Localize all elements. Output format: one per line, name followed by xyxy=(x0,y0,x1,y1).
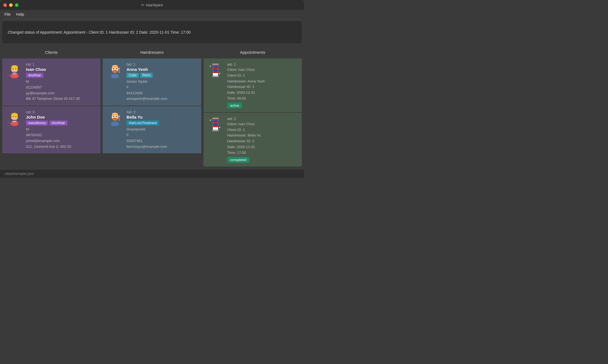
menu-file[interactable]: File xyxy=(4,12,11,17)
client-1-id: cid: 1 xyxy=(26,62,97,66)
svg-point-7 xyxy=(15,69,16,70)
appointment-1-status: active xyxy=(227,103,242,108)
appointment-icon-2: ✦ ✦ xyxy=(207,117,224,133)
appointment-card[interactable]: ✦ ✦ aid: 1 Client: Ivan Choo Client ID: … xyxy=(203,58,302,112)
svg-rect-51 xyxy=(212,130,219,131)
svg-text:✂: ✂ xyxy=(7,121,10,124)
svg-rect-36 xyxy=(213,66,218,68)
svg-rect-34 xyxy=(213,68,218,69)
hairdressers-panel-header: Hairdressers xyxy=(103,47,201,58)
svg-rect-40 xyxy=(212,76,219,77)
client-1-name: Ivan Choo xyxy=(26,67,97,72)
maximize-button[interactable] xyxy=(15,3,18,7)
close-button[interactable] xyxy=(3,3,7,7)
svg-rect-47 xyxy=(213,121,218,122)
svg-rect-4 xyxy=(11,68,12,71)
appointment-2-status: completed xyxy=(227,157,249,163)
status-message: Changed status of Appointment: Appointme… xyxy=(8,30,191,34)
svg-text:✦: ✦ xyxy=(219,72,221,75)
client-2-tags: owesMoney shortHair xyxy=(26,121,97,125)
appointment-1-id: aid: 1 xyxy=(227,62,298,66)
svg-point-26 xyxy=(112,113,118,116)
footer: ./data/hairstylex.json xyxy=(0,169,304,178)
hairdresser-2-name: Bella Yu xyxy=(126,115,197,119)
hairdresser-avatar-1 xyxy=(107,62,123,79)
app-title: ✂ HairStyleX xyxy=(141,3,163,7)
client-2-detail: M 98765432 johnd@example.com 311, Clemen… xyxy=(26,127,97,149)
svg-rect-23 xyxy=(118,68,120,69)
title-bar: ✂ HairStyleX xyxy=(0,0,304,10)
client-card[interactable]: ✂ xyxy=(2,58,101,106)
minimize-button[interactable] xyxy=(9,3,13,7)
hairdresser-2-tag-0: HairLossTreatment xyxy=(126,121,159,125)
svg-rect-30 xyxy=(118,116,120,121)
client-2-tag-1: shortHair xyxy=(49,121,67,125)
hairdresser-1-info: hid: 1 Anna Yeoh Color Perm Senior Styli… xyxy=(126,62,197,102)
svg-point-15 xyxy=(15,116,16,117)
svg-point-6 xyxy=(13,69,14,70)
client-1-detail: M 91234567 yy@example.com Blk 47 Tampine… xyxy=(26,79,97,102)
hairdresser-1-id: hid: 1 xyxy=(126,62,197,66)
hairdresser-1-tag-1: Perm xyxy=(140,73,153,78)
hairdressers-panel: Hairdressers xyxy=(103,47,201,167)
main-content: Clients ✂ xyxy=(0,46,304,169)
svg-point-16 xyxy=(111,74,119,78)
traffic-lights xyxy=(3,3,18,7)
appointments-panel: Appointments xyxy=(203,47,302,167)
svg-rect-45 xyxy=(213,122,218,124)
svg-rect-38 xyxy=(213,73,218,76)
svg-point-18 xyxy=(112,65,118,68)
divider xyxy=(3,19,301,19)
client-2-tag-0: owesMoney xyxy=(26,121,48,125)
appointment-2-detail: Client: Ivan Choo Client ID: 1 Hairdress… xyxy=(227,121,298,156)
client-1-tag-0: shorthair xyxy=(26,73,43,78)
hairdresser-2-detail: Shampooist F 92837461 berniceyu@example.… xyxy=(126,127,197,149)
svg-point-21 xyxy=(116,68,117,69)
client-card[interactable]: ✂ cid: 3 John Doe owesMoney short xyxy=(2,106,101,153)
svg-text:✦: ✦ xyxy=(219,126,221,129)
appointment-1-info: aid: 1 Client: Ivan Choo Client ID: 1 Ha… xyxy=(227,62,298,108)
svg-rect-39 xyxy=(212,63,219,65)
svg-point-29 xyxy=(116,116,117,117)
client-1-info: cid: 1 Ivan Choo shorthair M 91234567 yy… xyxy=(26,62,97,102)
svg-point-14 xyxy=(13,116,14,117)
hairdresser-2-tags: HairLossTreatment xyxy=(126,121,197,125)
hairdresser-2-info: hid: 2 Bella Yu HairLossTreatment Shampo… xyxy=(126,110,197,149)
appointment-icon-1: ✦ ✦ xyxy=(207,62,224,79)
menu-help[interactable]: Help xyxy=(16,12,24,17)
hairdresser-avatar-2 xyxy=(107,110,123,127)
svg-rect-31 xyxy=(118,115,120,117)
hairdresser-card[interactable]: hid: 1 Anna Yeoh Color Perm Senior Styli… xyxy=(103,58,201,106)
client-avatar-2: ✂ xyxy=(6,110,23,127)
appointments-panel-header: Appointments xyxy=(203,47,302,58)
client-2-name: John Doe xyxy=(26,115,97,119)
svg-point-24 xyxy=(111,121,119,126)
hairdresser-1-detail: Senior Stylist F 84213456 annayeoh@examp… xyxy=(126,79,197,102)
hairdresser-card[interactable]: hid: 2 Bella Yu HairLossTreatment Shampo… xyxy=(103,106,201,153)
svg-rect-12 xyxy=(11,115,12,119)
menu-bar: File Help xyxy=(0,10,304,19)
client-avatar-1: ✂ xyxy=(6,62,23,79)
clients-panel: Clients ✂ xyxy=(2,47,101,167)
appointment-card[interactable]: ✦ ✦ aid: 2 Client: Ivan Choo Client ID: … xyxy=(203,113,302,167)
hairdresser-1-tag-0: Color xyxy=(126,73,139,78)
svg-rect-46 xyxy=(213,125,218,127)
footer-path: ./data/hairstylex.json xyxy=(4,172,34,176)
scissors-icon: ✂ xyxy=(141,3,144,7)
hairdresser-1-tags: Color Perm xyxy=(126,73,197,78)
client-2-id: cid: 3 xyxy=(26,110,97,114)
svg-rect-13 xyxy=(16,115,18,119)
hairdresser-1-name: Anna Yeoh xyxy=(126,67,197,72)
svg-text:✦: ✦ xyxy=(209,119,212,122)
client-2-info: cid: 3 John Doe owesMoney shortHair M 98… xyxy=(26,110,97,149)
appointment-2-id: aid: 2 xyxy=(227,117,298,121)
svg-rect-37 xyxy=(213,69,218,71)
hairdresser-2-id: hid: 2 xyxy=(126,110,197,114)
svg-point-28 xyxy=(113,116,114,117)
appointment-1-detail: Client: Ivan Choo Client ID: 1 Hairdress… xyxy=(227,67,298,101)
appointment-2-info: aid: 2 Client: Ivan Choo Client ID: 1 Ha… xyxy=(227,117,298,163)
svg-text:✂: ✂ xyxy=(7,73,10,77)
svg-rect-35 xyxy=(213,71,218,73)
svg-rect-49 xyxy=(213,127,218,130)
status-bar: Changed status of Appointment: Appointme… xyxy=(2,21,302,43)
